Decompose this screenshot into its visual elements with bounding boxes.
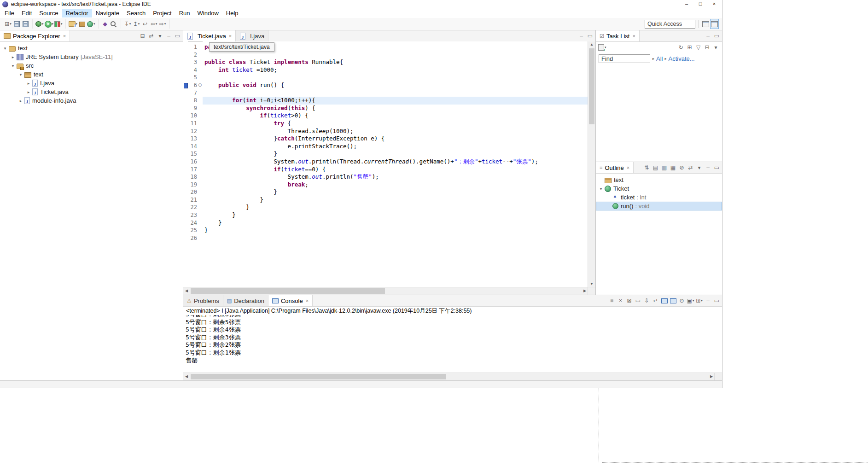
maximize-icon[interactable]: ▭ <box>713 31 721 41</box>
code-line-11[interactable]: try { <box>203 120 588 128</box>
code-line-6[interactable]: public void run() { <box>203 82 588 89</box>
task-link-all[interactable]: All <box>656 55 663 62</box>
next-annotation-icon[interactable]: ↧▾ <box>124 19 132 29</box>
code-line-9[interactable]: synchronized(this) { <box>203 105 588 112</box>
code-line-24[interactable]: } <box>203 219 588 227</box>
synchronize-icon[interactable]: ↻ <box>677 43 685 52</box>
scroll-right-icon[interactable]: ▶ <box>582 287 588 295</box>
collapse-marker-icon[interactable]: ⊖ <box>198 82 202 87</box>
run-icon[interactable]: ▾ <box>45 19 54 29</box>
pin-console-icon[interactable]: ⊙ <box>678 296 686 305</box>
search-icon[interactable] <box>110 19 118 29</box>
maximize-icon[interactable]: ▭ <box>586 31 594 41</box>
open-perspective-icon[interactable] <box>702 19 710 29</box>
minimize-icon[interactable]: – <box>704 31 712 41</box>
scroll-up-icon[interactable]: ▲ <box>588 41 595 48</box>
chevron-open-icon[interactable]: ▾ <box>17 72 24 77</box>
sort-icon[interactable]: ⇅ <box>643 163 651 172</box>
px-item-src[interactable]: ▾src <box>0 61 183 70</box>
editor-vertical-scroll-thumb[interactable] <box>589 48 594 124</box>
code-line-18[interactable]: System.out.println("售罄"); <box>203 173 588 181</box>
minimize-icon[interactable]: – <box>704 163 712 172</box>
scroll-down-icon[interactable]: ▼ <box>588 281 595 287</box>
coverage-icon[interactable]: ▾ <box>54 19 63 29</box>
px-item-i-java[interactable]: ▸I.java <box>0 79 183 87</box>
word-wrap-icon[interactable]: ↵ <box>652 296 659 305</box>
chevron-open-icon[interactable]: ▾ <box>2 46 8 51</box>
code-line-3[interactable]: public class Ticket implements Runnable{ <box>203 58 588 66</box>
menu-refactor[interactable]: Refactor <box>62 9 92 17</box>
editor-tab-i-java[interactable]: I.java <box>236 30 268 41</box>
minimize-window-button[interactable]: – <box>680 0 693 8</box>
terminate-icon[interactable]: ■ <box>608 296 616 305</box>
minimize-icon[interactable]: – <box>577 31 585 41</box>
clear-console-icon[interactable]: ▭ <box>634 296 642 305</box>
menu-edit[interactable]: Edit <box>18 9 35 17</box>
minimize-icon[interactable]: – <box>165 31 173 41</box>
collapse-all-icon[interactable]: ⊟ <box>703 43 711 52</box>
code-line-22[interactable]: } <box>203 204 588 211</box>
hide-non-public-icon[interactable]: ▦ <box>669 163 677 172</box>
code-line-8[interactable]: for(int i=0;i<1000;i++){ <box>203 97 588 105</box>
px-item-jre-system-library[interactable]: ▸JRE System Library[JavaSE-11] <box>0 52 183 61</box>
chevron-closed-icon[interactable]: ▸ <box>25 90 32 94</box>
minimize-icon[interactable]: – <box>704 296 712 305</box>
scroll-left-icon[interactable]: ◀ <box>183 287 190 295</box>
code-line-10[interactable]: if(ticket>0) { <box>203 112 588 120</box>
hide-static-members-icon[interactable]: ▥ <box>660 163 668 172</box>
scroll-left-icon[interactable]: ◀ <box>183 373 190 380</box>
code-line-21[interactable]: } <box>203 196 588 204</box>
package-explorer-tab[interactable]: Package Explorer × <box>0 30 70 41</box>
view-menu-icon[interactable]: ▾ <box>695 163 703 172</box>
chevron-open-icon[interactable]: ▾ <box>10 64 16 68</box>
hide-local-types-icon[interactable]: ⊘ <box>678 163 686 172</box>
editor-horizontal-scroll-thumb[interactable] <box>191 288 385 294</box>
last-edit-location-icon[interactable]: ↩ <box>141 19 149 29</box>
new-task-icon[interactable]: ▾ <box>598 43 606 52</box>
console-horizontal-scrollbar[interactable]: ◀ ▶ <box>183 373 715 380</box>
code-line-5[interactable] <box>203 74 588 82</box>
menu-navigate[interactable]: Navigate <box>92 9 123 17</box>
debug-icon[interactable]: ▾ <box>35 19 44 29</box>
console-horizontal-scroll-thumb[interactable] <box>191 374 446 379</box>
scroll-lock-icon[interactable]: ⇩ <box>643 296 651 305</box>
save-icon[interactable] <box>13 19 21 29</box>
filter-icon[interactable]: ▽ <box>694 43 702 52</box>
px-item-module-info-java[interactable]: ▸module-info.java <box>0 96 183 105</box>
view-menu-icon[interactable]: ▾ <box>712 43 720 52</box>
open-type-icon[interactable]: ◆ <box>101 19 109 29</box>
outline-item-ticket[interactable]: ticket: int <box>596 193 722 202</box>
collapse-all-icon[interactable]: ⊟ <box>139 31 146 41</box>
menu-source[interactable]: Source <box>35 9 62 17</box>
new-class-icon[interactable]: ▾ <box>87 19 95 29</box>
code-line-15[interactable]: } <box>203 150 588 158</box>
menu-window[interactable]: Window <box>194 9 222 17</box>
show-stderr-icon[interactable] <box>669 296 677 305</box>
line-number-gutter[interactable]: 1234567891011121314151617181920212223242… <box>188 41 198 287</box>
code-line-20[interactable]: } <box>203 188 588 196</box>
code-line-4[interactable]: int ticket =1000; <box>203 66 588 74</box>
code-lines[interactable]: package text;public class Ticket impleme… <box>203 41 588 287</box>
remove-launch-icon[interactable]: × <box>617 296 624 305</box>
close-view-icon[interactable]: × <box>632 33 635 39</box>
code-line-16[interactable]: System.out.println(Thread.currentThread(… <box>203 158 588 166</box>
close-view-icon[interactable]: × <box>63 33 66 39</box>
code-line-23[interactable]: } <box>203 211 588 219</box>
link-with-editor-icon[interactable]: ⇄ <box>687 163 694 172</box>
show-stdout-icon[interactable] <box>660 296 668 305</box>
task-find-input[interactable] <box>599 54 650 63</box>
hide-fields-icon[interactable]: ▤ <box>652 163 659 172</box>
save-all-icon[interactable] <box>22 19 29 29</box>
annotation-ruler[interactable] <box>183 41 188 287</box>
view-menu-icon[interactable]: ▾ <box>156 31 164 41</box>
code-line-17[interactable]: if(ticket==0) { <box>203 166 588 174</box>
menu-run[interactable]: Run <box>175 9 194 17</box>
px-item-ticket-java[interactable]: ▸Ticket.java <box>0 87 183 96</box>
java-perspective-icon[interactable] <box>711 19 718 29</box>
code-line-7[interactable] <box>203 89 588 97</box>
console-output[interactable]: 5号窗口：剩余6张票5号窗口：剩余5张票5号窗口：剩余4张票5号窗口：剩余3张票… <box>183 315 715 373</box>
close-view-icon[interactable]: × <box>627 165 629 170</box>
outline-item-text[interactable]: text <box>596 175 722 184</box>
code-line-13[interactable]: }catch(InterruptedException e) { <box>203 135 588 143</box>
code-line-26[interactable] <box>203 234 588 242</box>
